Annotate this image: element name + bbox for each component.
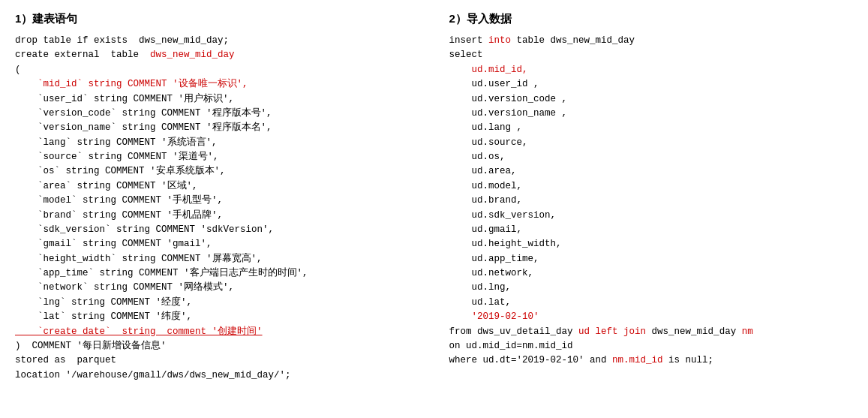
line-r-user-id: ud.user_id , — [449, 79, 539, 89]
line-mid-id: `mid_id` string COMMENT '设备唯一标识', — [15, 79, 248, 89]
left-keyword: left — [596, 326, 618, 337]
line-r-sdk: ud.sdk_version, — [449, 210, 557, 221]
line-height: `height_width` string COMMENT '屏幕宽高', — [15, 254, 263, 264]
line-on: on ud.mid_id=nm.mid_id — [449, 341, 573, 351]
line-os: `os` string COMMENT '安卓系统版本', — [15, 166, 226, 176]
line-area: `area` string COMMENT '区域', — [15, 181, 198, 191]
line-select: select — [449, 50, 483, 60]
left-section: 1）建表语句 drop table if exists dws_new_mid_… — [15, 12, 419, 383]
left-code: drop table if exists dws_new_mid_day; cr… — [15, 34, 419, 383]
line-app-time: `app_time` string COMMENT '客户端日志产生时的时间', — [15, 268, 308, 278]
line-lng: `lng` string COMMENT '经度', — [15, 297, 192, 308]
line-paren-close: ) COMMENT '每日新增设备信息' — [15, 341, 167, 351]
line-paren-open: ( — [15, 65, 21, 75]
table-name-red: dws_new_mid_day — [150, 50, 235, 60]
join-keyword: join — [623, 326, 646, 337]
ud-keyword: ud — [578, 326, 590, 337]
right-title: 2）导入数据 — [449, 12, 854, 26]
left-title: 1）建表语句 — [15, 12, 419, 26]
line-r-source: ud.source, — [449, 137, 528, 148]
line-create-date: `create_date` string comment '创建时间' — [15, 326, 263, 337]
line-where: where ud.dt='2019-02-10' and nm.mid_id i… — [449, 355, 714, 365]
line-r-app-time: ud.app_time, — [449, 254, 539, 264]
line-r-brand: ud.brand, — [449, 195, 523, 206]
line-r-mid-id: ud.mid_id, — [449, 65, 528, 75]
line-r-height: ud.height_width, — [449, 239, 562, 249]
line-gmail: `gmail` string COMMENT 'gmail', — [15, 239, 212, 249]
line-location: location '/warehouse/gmall/dws/dws_new_m… — [15, 370, 291, 380]
line-lat: `lat` string COMMENT '纬度', — [15, 311, 192, 322]
line-r-area: ud.area, — [449, 166, 517, 176]
line-version-code: `version_code` string COMMENT '程序版本号', — [15, 108, 272, 119]
line-network: `network` string COMMENT '网络模式', — [15, 282, 234, 293]
line-r-lang: ud.lang , — [449, 122, 523, 133]
line-drop: drop table if exists dws_new_mid_day; — [15, 35, 229, 46]
line-lang: `lang` string COMMENT '系统语言', — [15, 137, 218, 148]
line-date-literal: '2019-02-10' — [449, 311, 539, 322]
line-r-gmail: ud.gmail, — [449, 224, 523, 235]
line-r-lat: ud.lat, — [449, 297, 512, 308]
line-r-model: ud.model, — [449, 181, 523, 191]
line-sdk: `sdk_version` string COMMENT 'sdkVersion… — [15, 224, 274, 235]
right-code: insert into table dws_new_mid_day select… — [449, 34, 854, 368]
line-source: `source` string COMMENT '渠道号', — [15, 152, 219, 162]
line-user-id: `user_id` string COMMENT '用户标识', — [15, 94, 234, 104]
right-section: 2）导入数据 insert into table dws_new_mid_day… — [449, 12, 854, 383]
line-r-lng: ud.lng, — [449, 282, 512, 293]
line-create: create external table dws_new_mid_day — [15, 50, 235, 60]
line-r-version-code: ud.version_code , — [449, 94, 568, 104]
line-r-network: ud.network, — [449, 268, 534, 278]
line-model: `model` string COMMENT '手机型号', — [15, 195, 223, 206]
main-container: 1）建表语句 drop table if exists dws_new_mid_… — [15, 12, 853, 383]
into-keyword: into — [488, 35, 511, 46]
line-brand: `brand` string COMMENT '手机品牌', — [15, 210, 223, 221]
line-stored: stored as parquet — [15, 355, 116, 365]
line-from: from dws_uv_detail_day ud left join dws_… — [449, 326, 753, 337]
line-version-name: `version_name` string COMMENT '程序版本名', — [15, 122, 272, 133]
line-r-version-name: ud.version_name , — [449, 108, 568, 119]
line-insert: insert into table dws_new_mid_day — [449, 35, 635, 46]
nm-keyword: nm — [742, 326, 753, 337]
nm-mid-id-red: nm.mid_id — [612, 355, 663, 365]
line-r-os: ud.os, — [449, 152, 506, 162]
